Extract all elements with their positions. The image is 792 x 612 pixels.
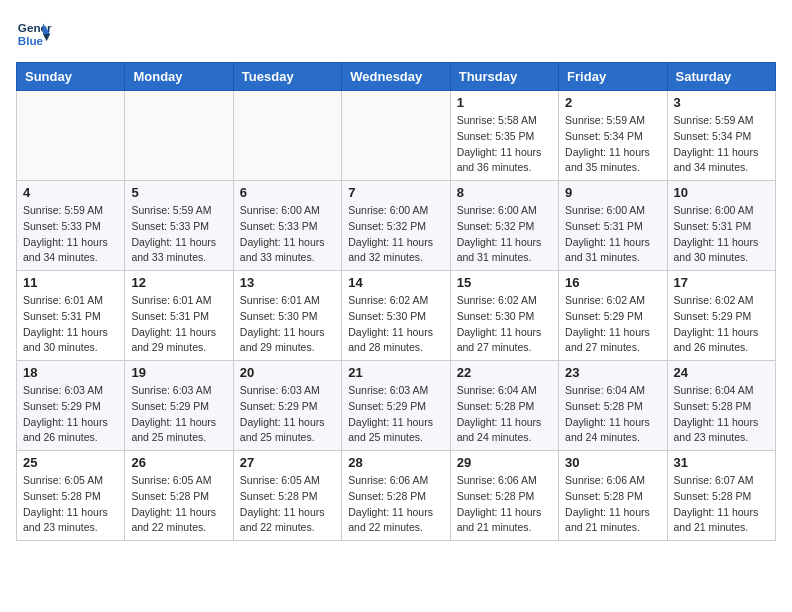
day-number: 29 (457, 455, 552, 470)
day-info: Sunrise: 6:02 AM Sunset: 5:29 PM Dayligh… (674, 293, 769, 356)
calendar-cell: 14Sunrise: 6:02 AM Sunset: 5:30 PM Dayli… (342, 271, 450, 361)
calendar-cell: 31Sunrise: 6:07 AM Sunset: 5:28 PM Dayli… (667, 451, 775, 541)
weekday-header-friday: Friday (559, 63, 667, 91)
calendar-cell (233, 91, 341, 181)
calendar-cell: 9Sunrise: 6:00 AM Sunset: 5:31 PM Daylig… (559, 181, 667, 271)
calendar-cell: 24Sunrise: 6:04 AM Sunset: 5:28 PM Dayli… (667, 361, 775, 451)
day-number: 27 (240, 455, 335, 470)
day-number: 4 (23, 185, 118, 200)
day-number: 28 (348, 455, 443, 470)
calendar-cell (125, 91, 233, 181)
day-number: 1 (457, 95, 552, 110)
calendar-cell: 15Sunrise: 6:02 AM Sunset: 5:30 PM Dayli… (450, 271, 558, 361)
calendar-cell: 1Sunrise: 5:58 AM Sunset: 5:35 PM Daylig… (450, 91, 558, 181)
calendar-cell: 21Sunrise: 6:03 AM Sunset: 5:29 PM Dayli… (342, 361, 450, 451)
day-number: 23 (565, 365, 660, 380)
day-info: Sunrise: 6:00 AM Sunset: 5:32 PM Dayligh… (348, 203, 443, 266)
calendar-cell (17, 91, 125, 181)
day-info: Sunrise: 6:03 AM Sunset: 5:29 PM Dayligh… (23, 383, 118, 446)
day-info: Sunrise: 6:00 AM Sunset: 5:31 PM Dayligh… (674, 203, 769, 266)
day-info: Sunrise: 6:00 AM Sunset: 5:31 PM Dayligh… (565, 203, 660, 266)
calendar-week-row: 25Sunrise: 6:05 AM Sunset: 5:28 PM Dayli… (17, 451, 776, 541)
day-info: Sunrise: 6:00 AM Sunset: 5:33 PM Dayligh… (240, 203, 335, 266)
day-number: 5 (131, 185, 226, 200)
calendar-cell: 23Sunrise: 6:04 AM Sunset: 5:28 PM Dayli… (559, 361, 667, 451)
day-number: 21 (348, 365, 443, 380)
day-number: 17 (674, 275, 769, 290)
day-info: Sunrise: 5:59 AM Sunset: 5:34 PM Dayligh… (565, 113, 660, 176)
weekday-header-sunday: Sunday (17, 63, 125, 91)
day-info: Sunrise: 6:06 AM Sunset: 5:28 PM Dayligh… (348, 473, 443, 536)
day-info: Sunrise: 6:03 AM Sunset: 5:29 PM Dayligh… (348, 383, 443, 446)
calendar-cell: 26Sunrise: 6:05 AM Sunset: 5:28 PM Dayli… (125, 451, 233, 541)
day-number: 12 (131, 275, 226, 290)
calendar-cell: 13Sunrise: 6:01 AM Sunset: 5:30 PM Dayli… (233, 271, 341, 361)
day-number: 18 (23, 365, 118, 380)
day-info: Sunrise: 6:05 AM Sunset: 5:28 PM Dayligh… (131, 473, 226, 536)
calendar-cell: 12Sunrise: 6:01 AM Sunset: 5:31 PM Dayli… (125, 271, 233, 361)
weekday-header-row: SundayMondayTuesdayWednesdayThursdayFrid… (17, 63, 776, 91)
day-info: Sunrise: 6:02 AM Sunset: 5:30 PM Dayligh… (348, 293, 443, 356)
calendar-cell: 20Sunrise: 6:03 AM Sunset: 5:29 PM Dayli… (233, 361, 341, 451)
day-info: Sunrise: 6:01 AM Sunset: 5:31 PM Dayligh… (23, 293, 118, 356)
day-number: 22 (457, 365, 552, 380)
weekday-header-saturday: Saturday (667, 63, 775, 91)
weekday-header-thursday: Thursday (450, 63, 558, 91)
day-number: 24 (674, 365, 769, 380)
day-info: Sunrise: 6:06 AM Sunset: 5:28 PM Dayligh… (457, 473, 552, 536)
day-info: Sunrise: 6:04 AM Sunset: 5:28 PM Dayligh… (565, 383, 660, 446)
day-number: 31 (674, 455, 769, 470)
calendar-cell: 18Sunrise: 6:03 AM Sunset: 5:29 PM Dayli… (17, 361, 125, 451)
day-info: Sunrise: 5:59 AM Sunset: 5:33 PM Dayligh… (131, 203, 226, 266)
calendar-cell: 25Sunrise: 6:05 AM Sunset: 5:28 PM Dayli… (17, 451, 125, 541)
calendar-cell: 10Sunrise: 6:00 AM Sunset: 5:31 PM Dayli… (667, 181, 775, 271)
weekday-header-wednesday: Wednesday (342, 63, 450, 91)
page-header: General Blue (16, 16, 776, 52)
day-number: 10 (674, 185, 769, 200)
calendar-cell (342, 91, 450, 181)
day-info: Sunrise: 6:04 AM Sunset: 5:28 PM Dayligh… (457, 383, 552, 446)
day-number: 9 (565, 185, 660, 200)
day-number: 16 (565, 275, 660, 290)
day-number: 19 (131, 365, 226, 380)
calendar-cell: 3Sunrise: 5:59 AM Sunset: 5:34 PM Daylig… (667, 91, 775, 181)
weekday-header-tuesday: Tuesday (233, 63, 341, 91)
svg-marker-3 (43, 34, 50, 41)
day-info: Sunrise: 6:02 AM Sunset: 5:30 PM Dayligh… (457, 293, 552, 356)
calendar-week-row: 4Sunrise: 5:59 AM Sunset: 5:33 PM Daylig… (17, 181, 776, 271)
day-info: Sunrise: 6:03 AM Sunset: 5:29 PM Dayligh… (240, 383, 335, 446)
day-info: Sunrise: 6:01 AM Sunset: 5:31 PM Dayligh… (131, 293, 226, 356)
calendar-table: SundayMondayTuesdayWednesdayThursdayFrid… (16, 62, 776, 541)
day-number: 20 (240, 365, 335, 380)
day-info: Sunrise: 5:58 AM Sunset: 5:35 PM Dayligh… (457, 113, 552, 176)
calendar-cell: 4Sunrise: 5:59 AM Sunset: 5:33 PM Daylig… (17, 181, 125, 271)
calendar-cell: 5Sunrise: 5:59 AM Sunset: 5:33 PM Daylig… (125, 181, 233, 271)
calendar-week-row: 1Sunrise: 5:58 AM Sunset: 5:35 PM Daylig… (17, 91, 776, 181)
calendar-cell: 8Sunrise: 6:00 AM Sunset: 5:32 PM Daylig… (450, 181, 558, 271)
day-number: 14 (348, 275, 443, 290)
day-info: Sunrise: 6:03 AM Sunset: 5:29 PM Dayligh… (131, 383, 226, 446)
calendar-week-row: 18Sunrise: 6:03 AM Sunset: 5:29 PM Dayli… (17, 361, 776, 451)
calendar-cell: 22Sunrise: 6:04 AM Sunset: 5:28 PM Dayli… (450, 361, 558, 451)
calendar-week-row: 11Sunrise: 6:01 AM Sunset: 5:31 PM Dayli… (17, 271, 776, 361)
logo: General Blue (16, 16, 56, 52)
calendar-cell: 28Sunrise: 6:06 AM Sunset: 5:28 PM Dayli… (342, 451, 450, 541)
calendar-cell: 11Sunrise: 6:01 AM Sunset: 5:31 PM Dayli… (17, 271, 125, 361)
day-info: Sunrise: 6:05 AM Sunset: 5:28 PM Dayligh… (23, 473, 118, 536)
day-number: 3 (674, 95, 769, 110)
day-number: 7 (348, 185, 443, 200)
day-number: 6 (240, 185, 335, 200)
day-info: Sunrise: 6:06 AM Sunset: 5:28 PM Dayligh… (565, 473, 660, 536)
day-number: 11 (23, 275, 118, 290)
day-number: 13 (240, 275, 335, 290)
day-number: 15 (457, 275, 552, 290)
calendar-cell: 27Sunrise: 6:05 AM Sunset: 5:28 PM Dayli… (233, 451, 341, 541)
day-number: 30 (565, 455, 660, 470)
calendar-cell: 6Sunrise: 6:00 AM Sunset: 5:33 PM Daylig… (233, 181, 341, 271)
calendar-cell: 29Sunrise: 6:06 AM Sunset: 5:28 PM Dayli… (450, 451, 558, 541)
day-info: Sunrise: 6:07 AM Sunset: 5:28 PM Dayligh… (674, 473, 769, 536)
day-info: Sunrise: 5:59 AM Sunset: 5:34 PM Dayligh… (674, 113, 769, 176)
day-info: Sunrise: 6:01 AM Sunset: 5:30 PM Dayligh… (240, 293, 335, 356)
svg-text:Blue: Blue (18, 34, 44, 47)
day-info: Sunrise: 6:00 AM Sunset: 5:32 PM Dayligh… (457, 203, 552, 266)
